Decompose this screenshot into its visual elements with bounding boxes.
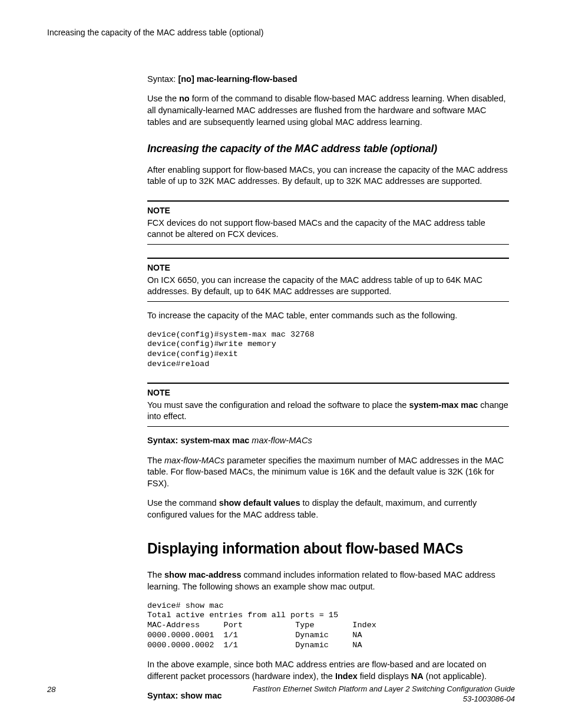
code-block-system-max: device(config)#system-max mac 32768 devi… <box>147 330 509 370</box>
note-body: FCX devices do not support flow-based MA… <box>147 218 509 241</box>
syntax-param: max-flow-MACs <box>249 436 312 445</box>
text-fragment: The <box>147 570 164 579</box>
footer-guide-title: FastIron Ethernet Switch Platform and La… <box>253 684 515 693</box>
text-fragment: You must save the configuration and relo… <box>147 400 409 410</box>
note-block-1: NOTE FCX devices do not support flow-bas… <box>147 200 509 245</box>
note-body: You must save the configuration and relo… <box>147 400 509 423</box>
syntax-command: [no] mac-learning-flow-based <box>178 74 297 84</box>
note-label: NOTE <box>147 262 509 274</box>
paragraph-show-mac: The show mac-address command includes in… <box>147 569 509 592</box>
text-fragment: Use the command <box>147 498 219 508</box>
text-fragment: The <box>147 456 164 465</box>
syntax-line-1: Syntax: [no] mac-learning-flow-based <box>147 74 509 85</box>
text-fragment: form of the command to disable flow-base… <box>147 94 506 126</box>
syntax-command: Syntax: system-max mac <box>147 436 249 445</box>
running-header: Increasing the capacity of the MAC addre… <box>47 27 515 38</box>
command-show-default-values: show default values <box>219 498 300 508</box>
note-label: NOTE <box>147 387 509 398</box>
note-body: On ICX 6650, you can increase the capaci… <box>147 275 509 298</box>
command-show-mac-address: show mac-address <box>164 570 242 579</box>
keyword-no: no <box>179 94 190 103</box>
paragraph-show-default: Use the command show default values to d… <box>147 498 509 521</box>
paragraph-after-enabling: After enabling support for flow-based MA… <box>147 164 509 187</box>
paragraph-example-explain: In the above example, since both MAC add… <box>147 659 509 682</box>
text-fragment: (not applicable). <box>424 671 487 681</box>
code-block-show-mac: device# show mac Total active entries fr… <box>147 601 509 651</box>
footer-doc-number: 53-1003086-04 <box>463 694 515 703</box>
section-heading-capacity: Increasing the capacity of the MAC addre… <box>147 141 487 156</box>
note-block-3: NOTE You must save the configuration and… <box>147 383 509 427</box>
page-container: Increasing the capacity of the MAC addre… <box>0 0 562 728</box>
keyword-system-max-mac: system-max mac <box>409 400 478 410</box>
paragraph-use-no: Use the no form of the command to disabl… <box>147 93 509 128</box>
param-max-flow-macs: max-flow-MACs <box>164 456 224 465</box>
heading-displaying-info: Displaying information about flow-based … <box>147 538 487 559</box>
keyword-index: Index <box>335 671 358 681</box>
syntax-line-2: Syntax: system-max mac max-flow-MACs <box>147 435 509 447</box>
note-label: NOTE <box>147 205 509 216</box>
text-fragment: field displays <box>358 671 411 681</box>
paragraph-to-increase: To increase the capacity of the MAC tabl… <box>147 310 509 322</box>
syntax-prefix: Syntax: <box>147 74 178 84</box>
page-footer: 28 FastIron Ethernet Switch Platform and… <box>47 684 515 704</box>
page-number: 28 <box>47 684 55 695</box>
footer-guide: FastIron Ethernet Switch Platform and La… <box>253 684 515 704</box>
paragraph-maxflow: The max-flow-MACs parameter specifies th… <box>147 455 509 490</box>
keyword-na: NA <box>411 671 424 681</box>
page-content: Syntax: [no] mac-learning-flow-based Use… <box>147 74 509 702</box>
text-fragment: Use the <box>147 94 179 103</box>
note-block-2: NOTE On ICX 6650, you can increase the c… <box>147 258 509 302</box>
